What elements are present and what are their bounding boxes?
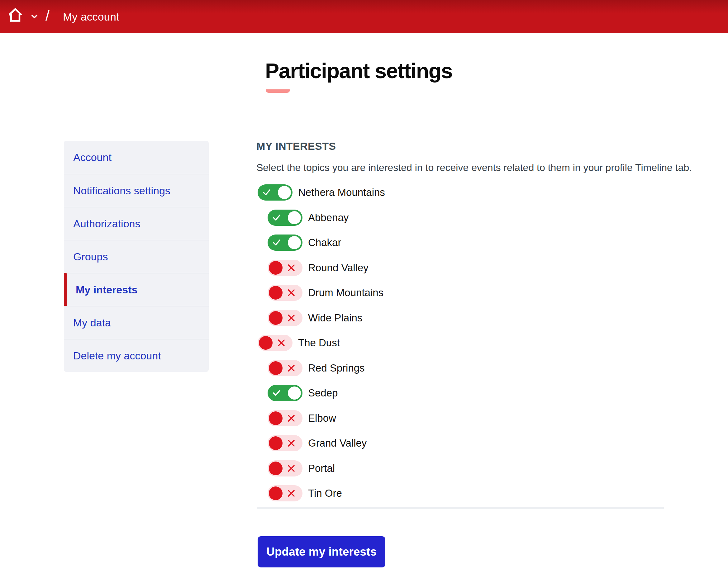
interest-row: Red Springs (267, 360, 385, 376)
toggle-knob (269, 486, 283, 500)
sidebar-item-my-interests[interactable]: My interests (64, 273, 209, 306)
interest-toggle-off[interactable] (267, 485, 303, 501)
interest-row: Sedep (267, 385, 385, 401)
breadcrumb-bar: / My account (0, 0, 728, 33)
x-icon (287, 264, 295, 272)
interest-toggle-off[interactable] (267, 410, 303, 426)
interest-row: Nethera Mountains (258, 184, 385, 201)
sidebar-item-my-data[interactable]: My data (64, 306, 209, 339)
toggle-knob (288, 236, 301, 249)
participant-settings-page: / My account Participant settings Accoun… (0, 0, 728, 583)
interest-row: Abbenay (267, 210, 385, 226)
x-icon (287, 465, 295, 472)
interest-label: Elbow (308, 412, 336, 424)
interest-toggle-off[interactable] (267, 285, 303, 301)
section-heading: MY INTERESTS (256, 140, 336, 152)
interest-toggle-off[interactable] (258, 335, 292, 351)
interest-row: Round Valley (267, 260, 385, 276)
check-icon (272, 214, 281, 221)
interest-toggle-off[interactable] (267, 360, 303, 376)
section-description: Select the topics you are interested in … (256, 162, 728, 174)
interest-label: Drum Mountains (308, 287, 384, 299)
sidebar-menu: AccountNotifications settingsAuthorizati… (64, 141, 209, 372)
x-icon (287, 314, 295, 322)
interest-toggle-on[interactable] (267, 235, 303, 251)
x-icon (287, 414, 295, 422)
interest-row: Wide Plains (267, 310, 385, 326)
page-title: Participant settings (265, 58, 452, 83)
chevron-down-icon[interactable] (31, 14, 38, 19)
interest-toggle-on[interactable] (267, 210, 303, 226)
interest-label: Chakar (308, 237, 341, 248)
interest-label: The Dust (298, 337, 340, 349)
interest-toggle-off[interactable] (267, 435, 303, 451)
interest-label: Red Springs (308, 362, 365, 374)
interest-row: Elbow (267, 410, 385, 426)
interest-label: Sedep (308, 387, 338, 399)
breadcrumb-separator: / (46, 7, 50, 24)
toggle-knob (269, 361, 283, 375)
section-divider (257, 507, 664, 509)
toggle-knob (269, 311, 283, 325)
interest-label: Portal (308, 462, 335, 474)
x-icon (287, 289, 295, 297)
interest-label: Nethera Mountains (298, 187, 385, 198)
interest-label: Tin Ore (308, 487, 342, 499)
interest-row: Chakar (267, 235, 385, 251)
toggle-knob (269, 286, 283, 299)
interest-label: Wide Plains (308, 312, 362, 324)
sidebar-item-notifications-settings[interactable]: Notifications settings (64, 174, 209, 207)
toggle-knob (259, 336, 272, 350)
x-icon (277, 339, 285, 347)
toggle-knob (269, 261, 283, 275)
sidebar-item-authorizations[interactable]: Authorizations (64, 207, 209, 240)
interest-label: Round Valley (308, 262, 368, 274)
x-icon (287, 364, 295, 372)
check-icon (272, 389, 281, 397)
update-interests-button[interactable]: Update my interests (258, 536, 385, 567)
interest-toggle-off[interactable] (267, 310, 303, 326)
toggle-knob (288, 387, 301, 400)
home-icon[interactable] (9, 8, 22, 22)
toggle-knob (278, 186, 291, 199)
interest-toggle-on[interactable] (258, 184, 292, 201)
sidebar-item-account[interactable]: Account (64, 141, 209, 174)
interest-row: The Dust (258, 335, 385, 351)
sidebar-item-delete-my-account[interactable]: Delete my account (64, 339, 209, 372)
interest-toggle-off[interactable] (267, 260, 303, 276)
toggle-knob (269, 461, 283, 475)
toggle-knob (288, 211, 301, 224)
x-icon (287, 439, 295, 447)
interest-row: Tin Ore (267, 485, 385, 501)
title-underline-accent (266, 89, 290, 93)
interest-row: Grand Valley (267, 435, 385, 451)
interests-list: Nethera MountainsAbbenayChakarRound Vall… (258, 184, 385, 510)
toggle-knob (269, 436, 283, 450)
interest-toggle-on[interactable] (267, 385, 303, 401)
interest-label: Grand Valley (308, 437, 367, 449)
check-icon (263, 189, 271, 196)
check-icon (272, 239, 281, 246)
interest-toggle-off[interactable] (267, 460, 303, 476)
breadcrumb-current-page: My account (63, 10, 119, 23)
interest-row: Drum Mountains (267, 285, 385, 301)
interest-row: Portal (267, 460, 385, 476)
interest-label: Abbenay (308, 212, 348, 223)
toggle-knob (269, 412, 283, 425)
sidebar-item-groups[interactable]: Groups (64, 240, 209, 273)
x-icon (287, 489, 295, 497)
